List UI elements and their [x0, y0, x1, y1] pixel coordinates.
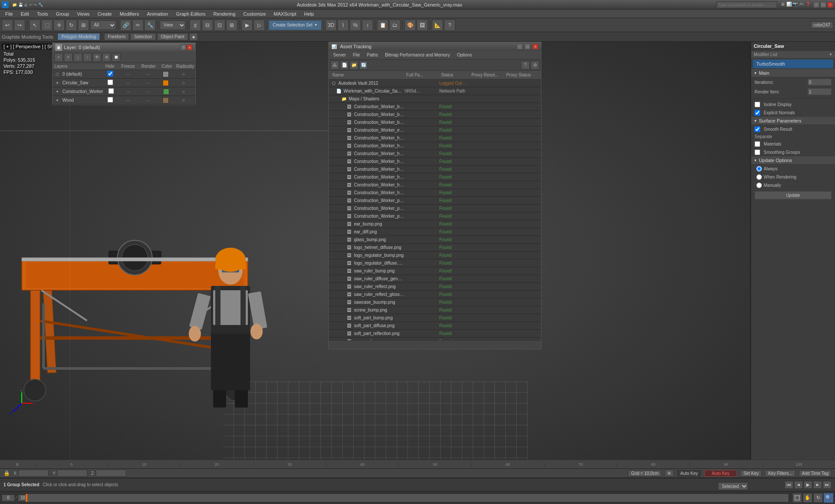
menu-help[interactable]: Help: [301, 10, 317, 17]
at-menu-server[interactable]: Server: [331, 52, 348, 58]
menu-file[interactable]: File: [2, 10, 17, 17]
smoothing-groups-checkbox[interactable]: [755, 149, 760, 155]
asset-row-21[interactable]: 🖼 logo_helmet_diffuse.png Found: [329, 244, 541, 252]
layers-add-sel-button[interactable]: ↓: [73, 53, 82, 62]
layer-hide-1[interactable]: [102, 80, 118, 86]
at-maximize-button[interactable]: □: [524, 43, 531, 50]
menu-maxscript[interactable]: MAXScript: [270, 10, 300, 17]
asset-row-14[interactable]: 🖼 Construction_Worker_head_refl.png Foun…: [329, 189, 541, 197]
asset-row-20[interactable]: 🖼 glass_bump.png Found: [329, 236, 541, 244]
asset-row-25[interactable]: 🖼 saw_ruler_diffuse_generic.png Found: [329, 275, 541, 283]
layers-close-button[interactable]: ×: [187, 44, 193, 50]
at-btn-3[interactable]: 📁: [350, 61, 358, 70]
scale-button[interactable]: ⊞: [78, 20, 89, 31]
asset-row-4[interactable]: 🖼 Construction_Worker_boot_disp.png Foun…: [329, 111, 541, 119]
menu-animation[interactable]: Animation: [144, 10, 172, 17]
asset-row-6[interactable]: 🖼 Construction_Worker_eye.png Found: [329, 126, 541, 134]
layer-row-0[interactable]: ⬡ 0 (default) — — ☆: [53, 70, 195, 79]
help-button[interactable]: ?: [444, 20, 455, 31]
render-scene-button[interactable]: 🖼: [417, 20, 428, 31]
percent-snap-button[interactable]: %: [350, 20, 361, 31]
align-view-button[interactable]: ⊡: [214, 20, 225, 31]
layers-freeze-button[interactable]: ❄: [102, 53, 111, 62]
align-button[interactable]: ⊟: [202, 20, 213, 31]
prev-frame-button[interactable]: ◄: [794, 481, 803, 489]
render-iters-input[interactable]: [808, 88, 832, 95]
asset-row-28[interactable]: 🖼 sawcase_buump.png Found: [329, 298, 541, 306]
asset-row-24[interactable]: 🖼 saw_ruler_bump.png Found: [329, 267, 541, 275]
smooth-result-checkbox[interactable]: [755, 126, 760, 132]
snap-button[interactable]: ⊕: [665, 470, 674, 477]
layers-delete-button[interactable]: ×: [64, 53, 73, 62]
menu-group[interactable]: Group: [52, 10, 73, 17]
zoom-extents-button[interactable]: [792, 493, 802, 503]
layer-color-3[interactable]: [158, 97, 174, 103]
mirror-button[interactable]: ⧖: [190, 20, 201, 31]
timeline-track[interactable]: [25, 494, 789, 502]
asset-row-0[interactable]: ⬡ Autodesk Vault 2012 Logged Out ...: [329, 80, 541, 87]
asset-row-22[interactable]: 🖼 logo_regulator_bump.png Found: [329, 252, 541, 259]
pan-button[interactable]: ✋: [803, 493, 812, 503]
angle-snap-button[interactable]: ⌇: [337, 20, 349, 31]
materials-checkbox[interactable]: [755, 141, 760, 147]
layer-color-1[interactable]: [158, 80, 174, 86]
layer-row-2[interactable]: ✦ Construction_Worker — — ☆: [53, 87, 195, 96]
asset-row-2[interactable]: 📁 Maps / Shaders: [329, 95, 541, 103]
at-btn-4[interactable]: 🔄: [359, 61, 368, 70]
layers-help-button[interactable]: ?: [180, 44, 187, 50]
y-input[interactable]: [57, 470, 87, 477]
graphite-more-button[interactable]: ●: [189, 33, 198, 41]
move-button[interactable]: ✛: [53, 20, 65, 31]
autokey-button[interactable]: Auto Key: [705, 470, 737, 477]
asset-row-18[interactable]: 🖼 ear_bump.png Found: [329, 220, 541, 228]
asset-row-19[interactable]: 🖼 ear_diff.png Found: [329, 228, 541, 236]
close-button[interactable]: ×: [827, 2, 833, 8]
manually-radio[interactable]: [756, 182, 762, 188]
z-input[interactable]: [96, 470, 126, 477]
layer-hide-0[interactable]: [102, 71, 118, 77]
asset-row-26[interactable]: 🖼 saw_ruler_reflect.png Found: [329, 283, 541, 291]
layer-row-1[interactable]: ✦ Circular_Saw — — ☆: [53, 79, 195, 87]
graphite-selection[interactable]: Selection: [130, 33, 156, 40]
quick-render-button[interactable]: ▷: [254, 20, 265, 31]
at-help-btn[interactable]: ?: [521, 61, 530, 70]
asset-row-31[interactable]: 🖼 soft_part_diffuse.png Found: [329, 322, 541, 330]
material-editor-button[interactable]: 🎨: [404, 20, 416, 31]
at-btn-1[interactable]: 🖧: [331, 61, 339, 70]
play-button[interactable]: ▶: [804, 481, 812, 489]
next-frame-button[interactable]: ►: [813, 481, 822, 489]
surface-params-header[interactable]: ▼ Surface Parameters: [751, 117, 835, 125]
isoline-display-checkbox[interactable]: [755, 102, 760, 107]
render-button[interactable]: ▶: [241, 20, 253, 31]
asset-row-15[interactable]: 🖼 Construction_Worker_pant_bl.png Found: [329, 197, 541, 205]
at-menu-bitmap[interactable]: Bitmap Performance and Memory: [382, 52, 453, 58]
menu-graph-editors[interactable]: Graph Editors: [173, 10, 209, 17]
bind-to-space-button[interactable]: 🔧: [144, 20, 156, 31]
layers-render-button[interactable]: 🔲: [112, 53, 120, 62]
explicit-normals-checkbox[interactable]: [755, 110, 760, 116]
asset-row-1[interactable]: 📄 Workman_with_Circular_Saw_Generic_vray…: [329, 87, 541, 95]
asset-row-29[interactable]: 🖼 screw_bump.png Found: [329, 306, 541, 314]
rotate-button[interactable]: ↻: [66, 20, 77, 31]
graphite-object-paint[interactable]: Object Paint: [157, 33, 188, 40]
layer-hide-2[interactable]: [103, 88, 119, 95]
menu-rendering[interactable]: Rendering: [210, 10, 239, 17]
asset-row-27[interactable]: 🖼 saw_ruler_reflect_glossiness.png Found: [329, 291, 541, 298]
at-menu-paths[interactable]: Paths: [364, 52, 381, 58]
snap-3d-button[interactable]: 3D: [325, 20, 337, 31]
update-button[interactable]: Update: [755, 191, 832, 199]
toggle-ribbon-button[interactable]: 📐: [432, 20, 443, 31]
asset-row-13[interactable]: 🖼 Construction_Worker_head_norm.png Foun…: [329, 181, 541, 189]
asset-row-7[interactable]: 🖼 Construction_Worker_hand.png Found: [329, 134, 541, 142]
scene-explorer-button[interactable]: 🗂: [389, 20, 401, 31]
select-object-button[interactable]: ↖: [29, 20, 40, 31]
asset-row-17[interactable]: 🖼 Construction_Worker_pant_norm.png Foun…: [329, 212, 541, 220]
selected-dropdown[interactable]: Selected: [718, 482, 748, 490]
at-settings-btn[interactable]: ⚙: [531, 61, 539, 70]
menu-edit[interactable]: Edit: [17, 10, 33, 17]
asset-row-30[interactable]: 🖼 soft_part_bump.png Found: [329, 314, 541, 322]
turbosmooth-modifier[interactable]: TurboSmooth: [753, 60, 833, 68]
zoom-button[interactable]: 🔍: [824, 493, 833, 503]
normal-align-button[interactable]: ⊞: [226, 20, 237, 31]
add-time-tag-button[interactable]: Add Time Tag: [799, 470, 832, 477]
